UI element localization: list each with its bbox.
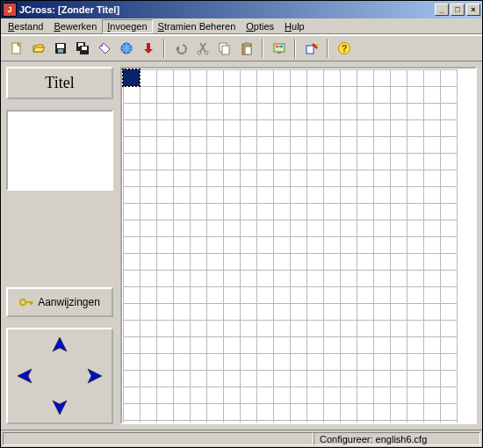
grid-cell[interactable] [223,336,240,353]
grid-cell[interactable] [273,203,290,220]
grid-cell[interactable] [240,203,256,220]
grid-cell[interactable] [390,236,407,253]
grid-cell[interactable] [390,186,407,203]
grid-cell[interactable] [323,136,340,153]
grid-cell[interactable] [373,253,390,270]
grid-cell[interactable] [423,186,440,203]
menu-bewerken[interactable]: Bewerken [48,19,102,33]
grid-cell[interactable] [206,170,223,186]
grid-cell[interactable] [373,387,390,403]
grid-cell[interactable] [373,119,390,136]
grid-cell[interactable] [256,353,273,370]
menu-stramien-beheren[interactable]: Stramien Beheren [153,19,242,33]
grid-cell[interactable] [223,270,240,286]
grid-cell[interactable] [357,420,373,424]
grid-cell[interactable] [173,236,190,253]
grid-cell[interactable] [156,69,173,86]
grid-cell[interactable] [323,253,340,270]
grid-cell[interactable] [306,186,323,203]
grid-cell[interactable] [123,170,140,186]
grid-cell[interactable] [206,69,223,86]
grid-cell[interactable] [140,69,156,86]
grid-cell[interactable] [323,387,340,403]
grid-cell[interactable] [223,103,240,119]
grid-cell[interactable] [206,303,223,320]
grid-cell[interactable] [357,86,373,103]
grid-cell[interactable] [373,286,390,303]
grid-cell[interactable] [140,420,156,424]
grid-cell[interactable] [156,186,173,203]
grid-cell[interactable] [190,186,206,203]
grid-cell[interactable] [256,270,273,286]
grid-cell[interactable] [240,153,256,170]
arrow-left-button[interactable] [8,360,42,391]
grid-cell[interactable] [190,370,206,387]
grid-cell[interactable] [190,403,206,420]
grid-cell[interactable] [306,286,323,303]
grid-cell[interactable] [390,303,407,320]
grid-cell[interactable] [357,103,373,119]
grid-cell[interactable] [173,153,190,170]
grid-cell[interactable] [423,236,440,253]
grid-cell[interactable] [173,69,190,86]
grid-cell[interactable] [273,170,290,186]
toolbar-export-button[interactable] [301,39,321,59]
grid-cell[interactable] [256,387,273,403]
grid-cell[interactable] [273,320,290,336]
grid-cell[interactable] [390,387,407,403]
grid-cell[interactable] [323,203,340,220]
grid-cell[interactable] [290,403,306,420]
grid-cell[interactable] [373,203,390,220]
grid-cell[interactable] [206,253,223,270]
grid-cell[interactable] [306,203,323,220]
grid-cell[interactable] [357,286,373,303]
menu-bestand[interactable]: Bestand [3,19,48,33]
grid-cell[interactable] [423,370,440,387]
grid-cell[interactable] [123,119,140,136]
grid-cell[interactable] [123,236,140,253]
grid-cell[interactable] [340,420,357,424]
grid-cell[interactable] [340,69,357,86]
grid-cell[interactable] [357,253,373,270]
grid-cell[interactable] [440,303,457,320]
grid-cell[interactable] [290,69,306,86]
grid-cell[interactable] [407,420,423,424]
grid-cell[interactable] [206,236,223,253]
grid-cell[interactable] [140,103,156,119]
grid-cell[interactable] [190,69,206,86]
grid-cell[interactable] [190,220,206,236]
grid-cell[interactable] [140,236,156,253]
grid-cell[interactable] [340,270,357,286]
grid-cell[interactable] [223,353,240,370]
grid-cell[interactable] [357,303,373,320]
menu-hulp[interactable]: Hulp [279,19,310,33]
grid-cell[interactable] [173,420,190,424]
grid-cell[interactable] [256,69,273,86]
minimize-button[interactable]: _ [435,4,449,16]
grid-cell[interactable] [323,153,340,170]
grid-cell[interactable] [173,270,190,286]
grid-cell[interactable] [240,186,256,203]
grid-cell[interactable] [156,270,173,286]
toolbar-undo-button[interactable] [170,39,191,59]
grid-cell[interactable] [407,220,423,236]
grid-cell[interactable] [306,387,323,403]
grid-cell[interactable] [206,270,223,286]
toolbar-cut-button[interactable] [192,39,213,59]
grid-cell[interactable] [256,286,273,303]
grid-cell[interactable] [357,153,373,170]
grid-cell[interactable] [240,370,256,387]
grid-cell[interactable] [123,403,140,420]
grid-cell[interactable] [390,353,407,370]
grid-cell[interactable] [156,86,173,103]
grid-cell[interactable] [123,353,140,370]
grid-cell[interactable] [390,119,407,136]
grid-cell[interactable] [306,103,323,119]
grid-cell[interactable] [373,336,390,353]
grid-cell[interactable] [206,320,223,336]
grid-cell[interactable] [223,320,240,336]
grid-cell[interactable] [190,420,206,424]
grid-cell[interactable] [206,286,223,303]
grid-cell[interactable] [273,220,290,236]
grid-cell[interactable] [323,353,340,370]
